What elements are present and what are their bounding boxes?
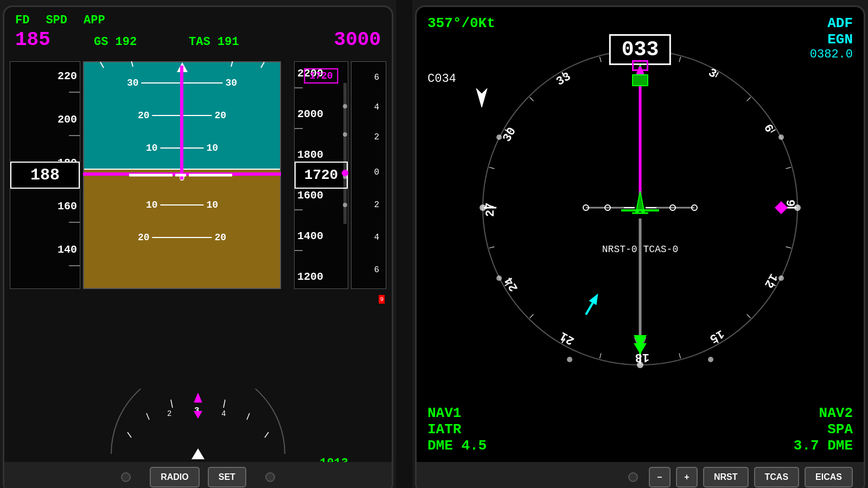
nav-c034-label: C034 bbox=[427, 72, 456, 86]
nav2-info: NAV2 SPA 3.7 DME bbox=[794, 405, 853, 454]
hsi-compass-rose: 3 6 9 12 15 18 21 24 27 30 33 bbox=[467, 34, 814, 381]
svg-line-6 bbox=[265, 432, 269, 438]
nav1-dme: DME 4.5 bbox=[427, 438, 487, 454]
tcas-button[interactable]: TCAS bbox=[754, 467, 800, 487]
svg-marker-79 bbox=[476, 88, 487, 107]
vsi-0: 0 bbox=[374, 168, 379, 177]
nav1-sub: IATR bbox=[427, 421, 487, 438]
plus-button[interactable]: + bbox=[676, 467, 698, 487]
panel-separator bbox=[396, 0, 412, 488]
alt-1200: 1200 bbox=[297, 271, 323, 283]
radio-button[interactable]: RADIO bbox=[150, 467, 200, 487]
speed-140: 140 bbox=[58, 243, 77, 256]
current-speed-box: 188 bbox=[10, 162, 80, 189]
aircraft-symbol-ai bbox=[129, 167, 232, 183]
svg-point-50 bbox=[778, 275, 784, 281]
vsi-6dn: 6 bbox=[374, 265, 379, 275]
gs-needle bbox=[342, 170, 348, 176]
current-alt-box: 1720 bbox=[295, 162, 348, 189]
gs-deviation-bar bbox=[343, 83, 347, 224]
alt-selected-value: 1720 bbox=[309, 70, 333, 81]
speed-tape: 220 200 180 160 140 188 bbox=[10, 61, 80, 289]
vsi-4dn: 4 bbox=[374, 233, 379, 242]
alt-tape: 2200 2000 1800 1600 1400 1200 1720 1720 bbox=[294, 61, 348, 289]
alt-bug-selected: 3000 bbox=[334, 29, 381, 51]
vsi-6up: 6 bbox=[374, 73, 379, 82]
hdg-bug-on-compass bbox=[194, 411, 202, 419]
svg-point-47 bbox=[794, 204, 801, 211]
svg-line-5 bbox=[127, 432, 131, 438]
nav2-sub: SPA bbox=[794, 421, 853, 438]
speed-160: 160 bbox=[58, 200, 77, 213]
wind-arrow bbox=[471, 78, 503, 118]
nav2-dme: 3.7 DME bbox=[794, 438, 853, 454]
vsi-2dn: 2 bbox=[374, 200, 379, 210]
svg-point-48 bbox=[480, 204, 486, 211]
svg-point-51 bbox=[778, 134, 784, 140]
alt-1400: 1400 bbox=[297, 230, 323, 242]
speed-bug-selected: 185 bbox=[15, 29, 50, 51]
nav-panel: 357°/0Kt 033 ADF EGN 0382.0 C034 3 6 9 1… bbox=[415, 5, 865, 488]
nav1-label: NAV1 bbox=[427, 405, 487, 421]
nav2-label: NAV2 bbox=[794, 405, 853, 421]
fd-vertical-bar bbox=[180, 66, 183, 179]
svg-text:2: 2 bbox=[167, 409, 171, 418]
alt-2000: 2000 bbox=[297, 108, 323, 120]
nav-left-dot bbox=[628, 472, 638, 482]
svg-line-4 bbox=[247, 413, 250, 420]
svg-line-3 bbox=[146, 413, 149, 420]
tas-label: TAS 191 bbox=[189, 35, 239, 49]
svg-point-52 bbox=[496, 275, 502, 281]
nav-bottom-buttons: – + NRST TCAS EICAS bbox=[417, 462, 864, 488]
hsi-heading-value: 033 bbox=[622, 38, 659, 61]
vsi-4up: 4 bbox=[374, 102, 379, 112]
set-button[interactable]: SET bbox=[208, 467, 246, 487]
minus-button[interactable]: – bbox=[649, 467, 671, 487]
svg-point-49 bbox=[637, 362, 643, 368]
speed-200: 200 bbox=[58, 113, 77, 126]
pfd-panel: FD SPD APP 185 GS 192 TAS 191 3000 220 2… bbox=[3, 5, 393, 488]
heading-compass-area: 3 2 4 bbox=[106, 389, 290, 459]
freq-label: 0382.0 bbox=[810, 48, 853, 61]
vsi-error-flag: 9 bbox=[379, 295, 385, 304]
svg-line-1 bbox=[171, 400, 173, 408]
current-alt-value: 1720 bbox=[304, 167, 338, 183]
vsi-2up: 2 bbox=[374, 132, 379, 142]
current-speed-value: 188 bbox=[30, 166, 60, 184]
wind-display: 357°/0Kt bbox=[427, 15, 495, 31]
mode-app: APP bbox=[84, 14, 105, 27]
speed-bug-marker bbox=[79, 152, 80, 163]
nav-adf-section: ADF EGN 0382.0 bbox=[810, 15, 853, 61]
svg-line-2 bbox=[224, 400, 225, 408]
egn-label: EGN bbox=[810, 31, 853, 48]
pfd-bottom-buttons: RADIO SET bbox=[4, 462, 392, 488]
svg-text:4: 4 bbox=[221, 409, 226, 418]
svg-marker-10 bbox=[194, 393, 202, 402]
mode-spd: SPD bbox=[46, 14, 67, 27]
svg-text:18: 18 bbox=[635, 350, 649, 364]
right-indicator-dot bbox=[265, 472, 275, 482]
left-indicator-dot bbox=[121, 472, 131, 482]
ground-half: 0 10 10 20 20 bbox=[83, 170, 281, 289]
svg-point-53 bbox=[496, 134, 502, 140]
hdg-bug-box-nav bbox=[632, 60, 648, 71]
svg-text:27: 27 bbox=[484, 203, 497, 217]
pfd-header: FD SPD APP bbox=[4, 14, 392, 27]
vsi-tape: 6 4 2 0 2 4 6 9 bbox=[351, 61, 386, 289]
mode-fd: FD bbox=[15, 14, 29, 27]
nrst-tcas-label: NRST-0 TCAS-0 bbox=[602, 244, 678, 255]
svg-rect-72 bbox=[633, 75, 648, 86]
svg-point-54 bbox=[708, 357, 713, 362]
alt-1600: 1600 bbox=[297, 189, 323, 202]
alt-1800: 1800 bbox=[297, 149, 323, 161]
nrst-button[interactable]: NRST bbox=[703, 467, 749, 487]
svg-point-55 bbox=[567, 357, 572, 362]
gs-label: GS 192 bbox=[94, 35, 137, 49]
nav1-info: NAV1 IATR DME 4.5 bbox=[427, 405, 487, 454]
speed-220: 220 bbox=[58, 70, 77, 82]
alt-selected-box: 1720 bbox=[304, 68, 338, 84]
adf-label: ADF bbox=[810, 15, 853, 31]
eicas-button[interactable]: EICAS bbox=[805, 467, 853, 487]
